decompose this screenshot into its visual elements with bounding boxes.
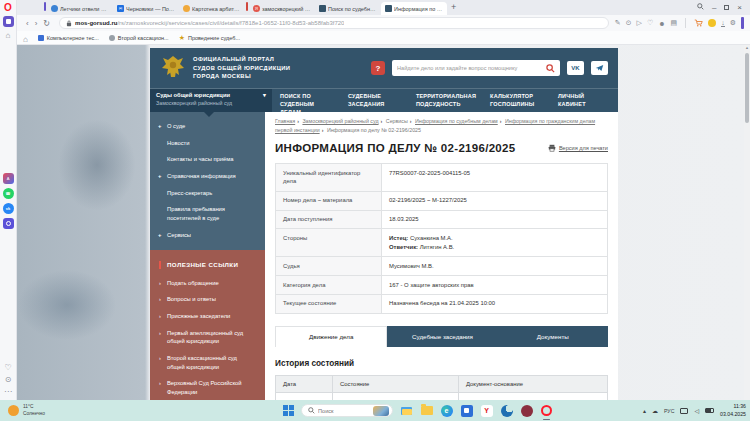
blue-app-icon[interactable] [460,404,473,417]
settings-icon[interactable]: ⚙ [730,19,736,27]
close-button[interactable]: × [737,3,742,12]
cart-icon[interactable] [694,19,703,28]
telegram-icon [595,64,604,72]
bookmark-icon[interactable]: ▤ [671,19,678,27]
sidebar-item-visitor-rules[interactable]: Правила пребывания посетителей в суде [150,201,265,226]
print-version-link[interactable]: Версия для печати [548,144,608,152]
profile-icon[interactable]: ☻ [658,20,665,27]
blue-curve-app-icon[interactable] [500,404,513,417]
language-indicator[interactable]: РУС [664,408,674,414]
browser-tab[interactable]: ✉ Черновики — Почта Mail [113,2,179,15]
reload-button[interactable]: ↻ [43,19,50,28]
maximize-button[interactable] [724,5,729,10]
edge-browser-icon[interactable]: e [440,404,453,417]
workspace-icon[interactable] [3,16,14,27]
browser-tab[interactable]: Я замоскворецкий суд — ... [249,2,315,15]
browser-tab-active[interactable]: Информация по делу №... [381,2,447,15]
taskbar-clock[interactable]: 11:36 03.04.2025 [720,403,746,417]
taskbar-search[interactable] [301,404,393,417]
forward-button[interactable]: › [35,19,38,28]
nav-item-fee-calculator[interactable]: КАЛЬКУЛЯТОР ГОСПОШЛИНЫ [482,89,550,112]
edit-icon[interactable]: ✎ [615,19,621,27]
sidebar-item-contacts[interactable]: Контакты и часы приёма [150,151,265,168]
minimize-button[interactable]: – [712,3,716,12]
breadcrumb-link[interactable]: Информация по судебным делам [415,118,498,124]
useful-link-supreme-court[interactable]: ›Верховный Суд Российской Федерации [150,375,265,400]
maroon-app-icon[interactable] [520,404,533,417]
aria-ai-icon[interactable]: A [3,173,14,184]
site-search-input[interactable] [397,65,543,71]
yandex-browser-icon[interactable]: Y [480,404,493,417]
tab-case-movement[interactable]: Движение дела [275,326,387,347]
scrollbar-thumb[interactable] [745,53,749,123]
breadcrumb-link[interactable]: Главная [275,118,295,124]
bookmark-item[interactable]: Компьютерное тес... [38,35,99,41]
start-button[interactable] [283,405,294,416]
browser-tab[interactable]: Картотека арбитражны... [179,2,245,15]
court-selector[interactable]: Суды общей юрисдикции▾ Замоскворецкий ра… [150,89,272,112]
search-icon[interactable] [546,64,555,73]
taskbar-search-input[interactable] [318,408,370,414]
breadcrumb-item[interactable]: Сервисы [386,118,408,124]
play-icon[interactable]: ▷ [637,19,642,27]
opera-browser-icon[interactable] [540,404,553,417]
table-row: Номер дела ~ материала 02-2196/2025 ~ М-… [276,191,608,210]
back-button[interactable]: ‹ [26,19,29,28]
nav-item-hearings[interactable]: СУДЕБНЫЕ ЗАСЕДАНИЯ [340,89,408,112]
vk-button[interactable]: VK [567,61,584,75]
tray-expand-icon[interactable]: ▴ [643,407,646,414]
sidebar-item-reference-info[interactable]: +Справочная информация [150,168,265,185]
sidebar-item-services[interactable]: +Сервисы [150,227,265,244]
display-icon[interactable] [680,408,688,414]
telegram-button[interactable] [591,61,608,75]
opera-menu-icon[interactable]: O [4,2,12,13]
browser-tab[interactable]: Летчики отвели падающ... [47,2,113,15]
vk-messenger-icon[interactable]: vk [3,203,14,214]
battery-icon[interactable] [705,408,714,413]
scroll-up-icon[interactable]: ▲ [744,45,750,50]
folder-icon[interactable] [420,404,433,417]
weather-widget[interactable]: 11°C Солнечно [0,404,45,416]
extension-icon[interactable]: ⊙ [626,19,632,27]
scrollbar[interactable]: ▲ [744,45,750,400]
useful-link-jurors[interactable]: ›Присяжные заседатели [150,308,265,325]
onedrive-cloud-icon[interactable]: ☁ [652,407,658,414]
useful-link-submit-appeal[interactable]: ›Подать обращение [150,275,265,292]
whatsapp-icon[interactable]: ☎ [3,188,14,199]
address-bar: ‹ › ↻ mos-gorsud.ru/rs/zamoskvoreckij/se… [17,15,750,31]
table-row-parties: Стороны Истец: Суханкина М.А. Ответчик: … [276,229,608,257]
breadcrumb-link[interactable]: Замоскворецкий районный суд [302,118,378,124]
useful-link-second-cassation[interactable]: ›Второй кассационный суд общей юрисдикци… [150,350,265,375]
nav-item-personal-account[interactable]: ЛИЧНЫЙ КАБИНЕТ [550,89,618,112]
more-icon[interactable]: ⋯ [4,387,12,397]
search-icon [308,407,315,414]
useful-link-first-appellate[interactable]: ›Первый апелляционный суд общей юрисдикц… [150,325,265,350]
cashback-icon[interactable] [708,19,716,27]
download-icon[interactable]: ↓ [721,19,725,27]
nav-item-jurisdiction[interactable]: ТЕРРИТОРИАЛЬНАЯ ПОДСУДНОСТЬ [408,89,482,112]
tab-court-hearings[interactable]: Судебные заседания [387,326,497,347]
sidebar-item-press-secretary[interactable]: Пресс-секретарь [150,185,265,202]
history-doc [459,392,608,400]
browser-tab[interactable]: Поиск по судебным дел... [315,2,381,15]
new-tab-button[interactable]: + [451,2,456,12]
nav-item-case-search[interactable]: ПОИСК ПО СУДЕБНЫМ ДЕЛАМ [272,89,340,112]
home-icon[interactable]: ⌂ [6,31,11,40]
home-button-icon[interactable]: ⌂ [23,35,28,44]
bookmark-item[interactable]: ★ Проведение судеб... [179,34,240,42]
useful-link-faq[interactable]: ›Вопросы и ответы [150,291,265,308]
sidebar-panel-toggle-icon[interactable] [741,17,744,29]
assistant-help-button[interactable]: ? [371,61,385,75]
heart-icon[interactable]: ♡ [4,363,11,373]
history-icon[interactable]: ⊙ [5,375,12,385]
heart-icon[interactable]: ♡ [647,19,653,27]
tab-search-icon[interactable] [697,3,704,12]
speaker-icon[interactable]: ◁ [694,407,699,414]
url-field[interactable]: mos-gorsud.ru/rs/zamoskvoreckij/services… [59,17,609,29]
file-explorer-icon[interactable] [400,404,413,417]
tab-documents[interactable]: Документы [498,326,608,347]
messenger-app-icon[interactable] [3,218,14,229]
bookmark-item[interactable]: Второй кассацион... [109,35,169,41]
sidebar-item-news[interactable]: Новости [150,135,265,152]
sidebar-item-about-court[interactable]: +О суде [150,118,265,135]
